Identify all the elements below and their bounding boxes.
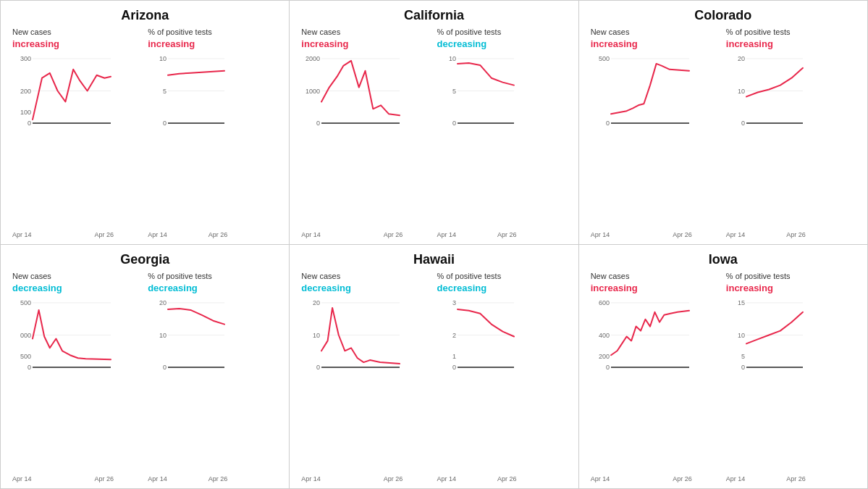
cases-dates: Apr 14 Apr 26 <box>591 231 692 238</box>
charts-row: New cases increasing 5000 Apr 14 Apr 26 … <box>588 28 859 238</box>
tests-date-end: Apr 26 <box>497 231 517 238</box>
tests-date-start: Apr 14 <box>437 231 457 238</box>
svg-text:100: 100 <box>20 109 31 116</box>
state-title: Arizona <box>121 8 169 23</box>
tests-dates: Apr 14 Apr 26 <box>726 231 806 238</box>
cases-svg: 20100 <box>301 296 403 380</box>
tests-chart: 1050 <box>148 52 277 230</box>
svg-text:5: 5 <box>452 88 455 95</box>
tests-trend: decreasing <box>437 38 487 49</box>
cases-label: New cases <box>301 272 340 281</box>
cases-section: New cases increasing 200010000 Apr 14 Ap… <box>298 28 434 238</box>
cases-trend: decreasing <box>301 283 351 293</box>
tests-svg: 151050 <box>726 296 806 380</box>
tests-date-start: Apr 14 <box>437 475 457 482</box>
state-card-hawaii: Hawaii New cases decreasing 20100 Apr 14… <box>290 245 578 489</box>
svg-text:1: 1 <box>452 353 455 360</box>
svg-text:20: 20 <box>159 299 167 306</box>
svg-text:5: 5 <box>741 353 745 360</box>
tests-label: % of positive tests <box>437 272 502 281</box>
svg-text:0: 0 <box>316 364 320 371</box>
cases-chart: 200010000 <box>301 52 431 230</box>
charts-row: New cases decreasing 20100 Apr 14 Apr 26… <box>298 272 569 482</box>
cases-date-start: Apr 14 <box>12 231 32 238</box>
svg-text:0: 0 <box>316 120 320 127</box>
tests-svg: 1050 <box>148 52 227 135</box>
cases-date-end: Apr 26 <box>94 231 114 238</box>
tests-date-end: Apr 26 <box>208 231 228 238</box>
state-title: Hawaii <box>413 252 455 267</box>
cases-dates: Apr 14 Apr 26 <box>301 231 403 238</box>
tests-chart: 1050 <box>437 52 567 230</box>
tests-svg: 3210 <box>437 296 517 380</box>
tests-trend: decreasing <box>437 283 487 293</box>
cases-chart: 20100 <box>301 296 431 474</box>
tests-chart: 151050 <box>726 296 856 474</box>
svg-text:0: 0 <box>452 120 455 127</box>
cases-svg: 5000 <box>591 52 692 135</box>
svg-text:0: 0 <box>28 120 31 127</box>
svg-text:10: 10 <box>738 332 745 339</box>
svg-text:0: 0 <box>741 364 745 371</box>
tests-section: % of positive tests increasing 151050 Ap… <box>723 272 859 482</box>
charts-row: New cases increasing 6004002000 Apr 14 A… <box>588 272 859 482</box>
states-grid: Arizona New cases increasing 3002001000 … <box>0 0 868 489</box>
cases-trend: increasing <box>301 38 348 49</box>
cases-section: New cases decreasing 20100 Apr 14 Apr 26 <box>298 272 434 482</box>
svg-text:0: 0 <box>741 120 745 127</box>
cases-chart: 5000005000 <box>12 296 142 474</box>
svg-text:3: 3 <box>452 299 455 306</box>
tests-date-start: Apr 14 <box>148 231 167 238</box>
cases-date-end: Apr 26 <box>673 475 692 482</box>
cases-trend: increasing <box>591 283 638 293</box>
cases-dates: Apr 14 Apr 26 <box>12 475 114 482</box>
svg-text:300: 300 <box>20 55 31 62</box>
tests-trend: decreasing <box>148 283 198 293</box>
svg-text:20: 20 <box>738 55 745 62</box>
tests-label: % of positive tests <box>437 28 502 37</box>
svg-text:1000: 1000 <box>306 88 320 95</box>
state-card-colorado: Colorado New cases increasing 5000 Apr 1… <box>579 1 868 245</box>
cases-label: New cases <box>591 272 630 281</box>
svg-text:0: 0 <box>28 364 31 371</box>
charts-row: New cases increasing 200010000 Apr 14 Ap… <box>298 28 569 238</box>
tests-dates: Apr 14 Apr 26 <box>726 475 806 482</box>
state-title: Georgia <box>120 252 169 267</box>
cases-date-end: Apr 26 <box>384 231 403 238</box>
state-title: Iowa <box>709 252 738 267</box>
cases-svg: 3002001000 <box>12 52 114 135</box>
svg-text:0: 0 <box>452 364 455 371</box>
cases-label: New cases <box>12 272 51 281</box>
svg-text:10: 10 <box>159 332 167 339</box>
cases-date-start: Apr 14 <box>591 231 610 238</box>
svg-text:10: 10 <box>159 55 167 62</box>
svg-text:15: 15 <box>738 299 745 306</box>
tests-label: % of positive tests <box>148 272 212 281</box>
cases-label: New cases <box>301 28 340 37</box>
cases-date-start: Apr 14 <box>591 475 610 482</box>
state-card-iowa: Iowa New cases increasing 6004002000 Apr… <box>579 245 868 489</box>
cases-date-end: Apr 26 <box>384 475 403 482</box>
tests-dates: Apr 14 Apr 26 <box>148 475 227 482</box>
cases-section: New cases increasing 3002001000 Apr 14 A… <box>9 28 145 238</box>
tests-svg: 20100 <box>726 52 806 135</box>
tests-date-start: Apr 14 <box>726 475 746 482</box>
cases-date-end: Apr 26 <box>94 475 114 482</box>
cases-chart: 6004002000 <box>591 296 720 474</box>
cases-date-start: Apr 14 <box>301 231 321 238</box>
svg-text:10: 10 <box>313 332 320 339</box>
state-title: California <box>404 8 464 23</box>
state-card-georgia: Georgia New cases decreasing 5000005000 … <box>1 245 290 489</box>
cases-section: New cases increasing 6004002000 Apr 14 A… <box>588 272 723 482</box>
tests-label: % of positive tests <box>726 28 791 37</box>
tests-section: % of positive tests decreasing 20100 Apr… <box>145 272 280 482</box>
svg-text:2000: 2000 <box>306 55 320 62</box>
svg-text:10: 10 <box>448 55 455 62</box>
tests-dates: Apr 14 Apr 26 <box>148 231 227 238</box>
tests-trend: increasing <box>726 283 773 293</box>
cases-date-start: Apr 14 <box>12 475 32 482</box>
svg-text:200: 200 <box>20 88 31 95</box>
cases-date-end: Apr 26 <box>673 231 692 238</box>
svg-text:5: 5 <box>163 88 167 95</box>
svg-text:500: 500 <box>20 299 31 306</box>
